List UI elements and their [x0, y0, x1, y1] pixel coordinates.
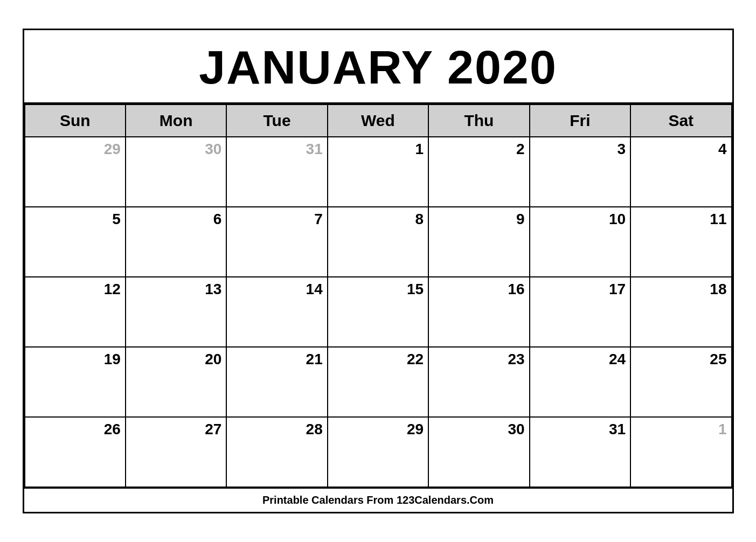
calendar-day: 29 [328, 417, 428, 487]
calendar-day: 30 [126, 137, 226, 207]
calendar-day: 27 [126, 417, 226, 487]
calendar-day: 18 [630, 277, 731, 347]
calendar-table: SunMonTueWedThuFriSat 293031123456789101… [24, 104, 732, 488]
calendar-day: 12 [25, 277, 126, 347]
calendar-day: 4 [630, 137, 731, 207]
calendar-week-row: 2627282930311 [25, 417, 732, 487]
calendar-day: 5 [25, 207, 126, 277]
calendar-day: 14 [226, 277, 327, 347]
calendar-day: 3 [530, 137, 630, 207]
calendar-day: 25 [630, 347, 731, 417]
calendar-day: 1 [630, 417, 731, 487]
calendar-day: 17 [530, 277, 630, 347]
calendar-day: 8 [328, 207, 428, 277]
day-header-fri: Fri [530, 105, 630, 137]
calendar-day: 29 [25, 137, 126, 207]
day-header-thu: Thu [428, 105, 529, 137]
calendar-week-row: 2930311234 [25, 137, 732, 207]
calendar-footer: Printable Calendars From 123Calendars.Co… [24, 488, 732, 512]
calendar-week-row: 567891011 [25, 207, 732, 277]
calendar-day: 13 [126, 277, 226, 347]
calendar-day: 23 [428, 347, 529, 417]
calendar-day: 2 [428, 137, 529, 207]
days-header-row: SunMonTueWedThuFriSat [25, 105, 732, 137]
day-header-sat: Sat [630, 105, 731, 137]
calendar-day: 1 [328, 137, 428, 207]
calendar-day: 15 [328, 277, 428, 347]
day-header-tue: Tue [226, 105, 327, 137]
calendar-day: 16 [428, 277, 529, 347]
calendar-day: 21 [226, 347, 327, 417]
calendar-day: 22 [328, 347, 428, 417]
day-header-mon: Mon [126, 105, 226, 137]
calendar-week-row: 19202122232425 [25, 347, 732, 417]
calendar-day: 26 [25, 417, 126, 487]
calendar-week-row: 12131415161718 [25, 277, 732, 347]
calendar-container: JANUARY 2020 SunMonTueWedThuFriSat 29303… [23, 29, 734, 513]
footer-brand: 123Calendars.Com [397, 494, 494, 506]
calendar-day: 9 [428, 207, 529, 277]
day-header-wed: Wed [328, 105, 428, 137]
calendar-day: 30 [428, 417, 529, 487]
calendar-title: JANUARY 2020 [24, 30, 732, 104]
calendar-day: 10 [530, 207, 630, 277]
calendar-day: 31 [530, 417, 630, 487]
calendar-day: 24 [530, 347, 630, 417]
footer-text: Printable Calendars From [262, 494, 397, 506]
calendar-day: 6 [126, 207, 226, 277]
calendar-day: 7 [226, 207, 327, 277]
calendar-day: 28 [226, 417, 327, 487]
calendar-day: 11 [630, 207, 731, 277]
calendar-day: 31 [226, 137, 327, 207]
calendar-day: 20 [126, 347, 226, 417]
day-header-sun: Sun [25, 105, 126, 137]
calendar-day: 19 [25, 347, 126, 417]
